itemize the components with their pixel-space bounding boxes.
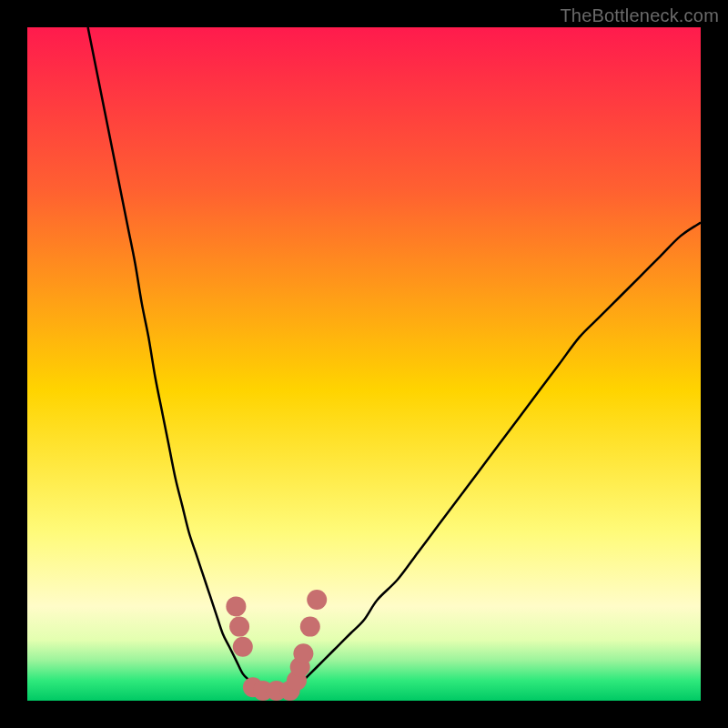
marker-dot <box>233 637 253 657</box>
watermark-text: TheBottleneck.com <box>560 5 719 26</box>
chart-svg <box>27 27 701 701</box>
gradient-background <box>27 27 701 701</box>
marker-dot <box>307 590 327 610</box>
marker-dot <box>229 617 249 637</box>
plot-area <box>27 27 701 701</box>
marker-dot <box>300 617 320 637</box>
chart-frame: TheBottleneck.com <box>0 0 728 728</box>
marker-dot <box>293 643 313 663</box>
marker-dot <box>226 596 246 616</box>
